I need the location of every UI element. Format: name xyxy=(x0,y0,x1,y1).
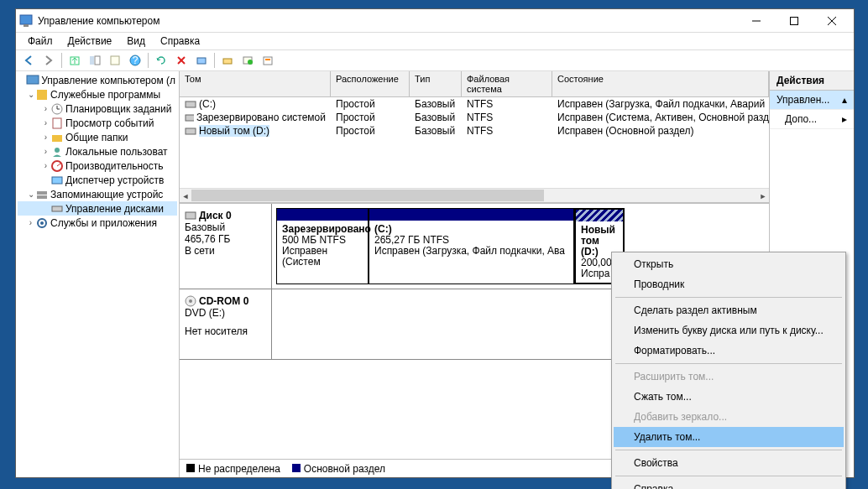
forward-button[interactable] xyxy=(39,51,58,70)
context-menu-item[interactable]: Форматировать... xyxy=(614,341,844,361)
actions-item[interactable]: Управлен...▴ xyxy=(770,91,854,110)
action-button-2[interactable] xyxy=(218,51,237,70)
context-menu-item: Расширить том... xyxy=(614,367,844,387)
context-menu-item[interactable]: Проводник xyxy=(614,274,844,294)
svg-rect-15 xyxy=(223,59,232,64)
volume-header: Том Расположение Тип Файловая система Со… xyxy=(180,71,769,97)
svg-rect-0 xyxy=(20,15,32,24)
col-volume[interactable]: Том xyxy=(180,71,331,96)
storage-icon xyxy=(35,188,49,201)
minimize-button[interactable] xyxy=(737,9,775,33)
h-scrollbar[interactable]: ◄► xyxy=(180,188,769,202)
svg-rect-38 xyxy=(186,128,196,134)
svg-line-29 xyxy=(57,164,60,166)
context-menu-item[interactable]: Изменить букву диска или путь к диску... xyxy=(614,320,844,341)
refresh-button[interactable] xyxy=(152,51,170,70)
window-title: Управление компьютером xyxy=(38,15,737,27)
maximize-button[interactable] xyxy=(775,9,813,33)
tree-root[interactable]: Управление компьютером (л xyxy=(41,75,175,86)
volume-row[interactable]: Новый том (D:)ПростойБазовыйNTFSИсправен… xyxy=(180,124,769,138)
svg-rect-37 xyxy=(186,115,194,121)
action-button-1[interactable] xyxy=(192,51,211,70)
context-menu-item[interactable]: Справка xyxy=(614,479,844,489)
delete-button[interactable] xyxy=(172,51,191,70)
col-layout[interactable]: Расположение xyxy=(331,71,410,96)
col-type[interactable]: Тип xyxy=(410,71,462,96)
titlebar: Управление компьютером xyxy=(16,9,854,33)
svg-rect-20 xyxy=(27,75,39,84)
menu-file[interactable]: Файл xyxy=(21,34,60,49)
volume-row[interactable]: (C:)ПростойБазовыйNTFSИсправен (Загрузка… xyxy=(180,97,769,111)
cdrom-icon xyxy=(185,295,196,307)
tree-item[interactable]: Диспетчер устройств xyxy=(65,174,164,186)
svg-rect-18 xyxy=(264,57,272,65)
tree-system-tools[interactable]: Служебные программы xyxy=(50,89,160,101)
context-menu-item[interactable]: Свойства xyxy=(614,453,844,473)
svg-rect-1 xyxy=(24,24,29,27)
tree-item[interactable]: Локальные пользоват xyxy=(65,146,168,158)
context-menu-item[interactable]: Удалить том... xyxy=(614,427,844,447)
svg-rect-33 xyxy=(52,206,62,211)
actions-title: Действия xyxy=(770,71,854,91)
help-button[interactable]: ? xyxy=(126,51,144,70)
menu-help[interactable]: Справка xyxy=(154,34,207,49)
context-menu: ОткрытьПроводникСделать раздел активнымИ… xyxy=(611,252,846,489)
performance-icon xyxy=(50,159,64,173)
partition[interactable]: (C:)265,27 ГБ NTFSИсправен (Загрузка, Фа… xyxy=(369,208,574,284)
context-menu-item[interactable]: Сжать том... xyxy=(614,387,844,407)
scheduler-icon xyxy=(50,102,64,116)
svg-rect-36 xyxy=(186,101,196,107)
svg-rect-26 xyxy=(52,135,62,142)
menubar: Файл Действие Вид Справка xyxy=(16,33,854,49)
tree-disk-management[interactable]: Управление дисками xyxy=(65,203,164,215)
partition[interactable]: Зарезервировано500 МБ NTFSИсправен (Сист… xyxy=(276,208,369,284)
svg-rect-3 xyxy=(790,17,797,24)
svg-rect-32 xyxy=(37,195,47,199)
services-icon xyxy=(35,216,49,230)
disk-mgmt-icon xyxy=(50,202,64,216)
svg-point-27 xyxy=(55,148,60,153)
context-menu-item[interactable]: Сделать раздел активным xyxy=(614,300,844,320)
disk-icon xyxy=(185,211,196,221)
tree-services[interactable]: Службы и приложения xyxy=(50,217,157,229)
volume-row[interactable]: Зарезервировано системойПростойБазовыйNT… xyxy=(180,111,769,124)
up-button[interactable] xyxy=(65,51,84,70)
close-button[interactable] xyxy=(813,9,850,33)
tools-icon xyxy=(35,88,49,101)
back-button[interactable] xyxy=(19,51,38,70)
svg-rect-25 xyxy=(53,118,61,128)
cdrom-label[interactable]: CD-ROM 0 DVD (E:) Нет носителя xyxy=(180,289,272,359)
svg-rect-30 xyxy=(52,177,62,184)
context-menu-item: Добавить зеркало... xyxy=(614,407,844,427)
disk-label[interactable]: Диск 0 Базовый 465,76 ГБ В сети xyxy=(180,204,272,289)
action-button-4[interactable] xyxy=(259,51,277,70)
col-fs[interactable]: Файловая система xyxy=(462,71,552,96)
tree-item[interactable]: Планировщик заданий xyxy=(65,103,171,115)
tree-item[interactable]: Просмотр событий xyxy=(65,117,154,129)
device-manager-icon xyxy=(50,174,64,187)
action-button-3[interactable] xyxy=(238,51,257,70)
svg-text:?: ? xyxy=(133,55,139,66)
tree-item[interactable]: Общие папки xyxy=(65,132,128,143)
tree-storage[interactable]: Запоминающие устройс xyxy=(50,189,163,200)
menu-action[interactable]: Действие xyxy=(61,34,119,49)
tree-pane[interactable]: Управление компьютером (л ⌄Служебные про… xyxy=(16,71,180,477)
tree-item[interactable]: Производительность xyxy=(65,160,163,172)
app-icon xyxy=(19,14,33,28)
context-menu-item[interactable]: Открыть xyxy=(614,254,844,274)
properties-button[interactable] xyxy=(106,51,124,70)
svg-rect-31 xyxy=(37,191,47,195)
svg-rect-8 xyxy=(95,56,100,65)
chevron-right-icon: ▸ xyxy=(842,113,847,125)
volume-list: Том Расположение Тип Файловая система Со… xyxy=(180,71,769,204)
col-status[interactable]: Состояние xyxy=(552,71,769,96)
svg-rect-7 xyxy=(90,56,94,65)
svg-point-35 xyxy=(40,221,44,225)
menu-view[interactable]: Вид xyxy=(120,34,152,49)
svg-rect-9 xyxy=(111,56,119,65)
users-icon xyxy=(50,145,64,159)
shared-folders-icon xyxy=(50,131,64,144)
actions-item[interactable]: Допо...▸ xyxy=(770,110,854,129)
show-hide-tree-button[interactable] xyxy=(86,51,104,70)
svg-point-17 xyxy=(248,60,253,65)
